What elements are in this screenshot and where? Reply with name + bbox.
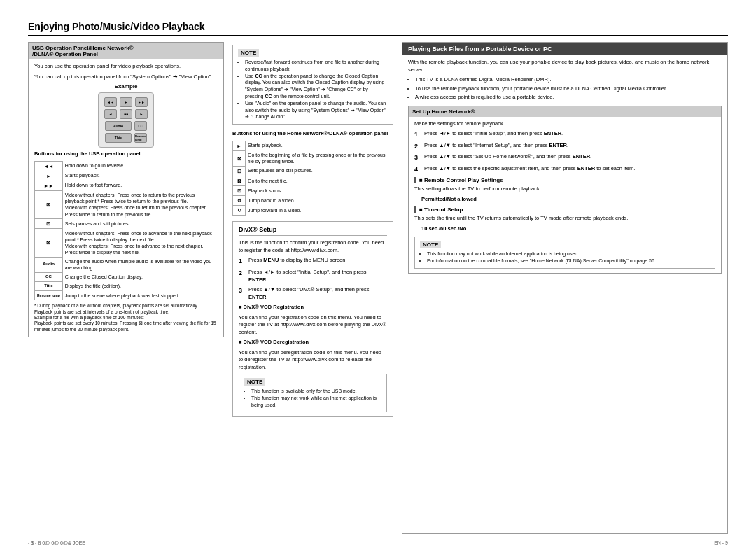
- usb-body2: You can call up this operation panel fro…: [34, 73, 218, 81]
- remote-btn-resume: Resume jump: [134, 133, 147, 143]
- icon-cell: Resume jump: [35, 291, 63, 300]
- icon-cell: Audio: [35, 257, 63, 272]
- note-title: NOTE: [244, 378, 265, 386]
- remote-btn-next: ►: [135, 109, 148, 119]
- timeout-heading: ■ Timeout Setup: [414, 206, 715, 213]
- table-row: Title Displays the title (edition).: [35, 281, 218, 290]
- usb-footnote: * During playback of a file without chap…: [34, 303, 218, 332]
- usb-button-table: ◄◄ Hold down to go in reverse. ► Starts …: [34, 161, 218, 301]
- table-row: ↺ Jump back in a video.: [233, 196, 393, 206]
- list-item: This function may not work while an Inte…: [427, 251, 710, 258]
- desc-cell: Change the audio when multiple audio is …: [62, 257, 217, 272]
- icon-cell: ⊡: [233, 186, 246, 196]
- footer-code: - $ - 8 6@ 6@ 6@& JOEE: [28, 540, 85, 545]
- left-column: USB Operation Panel/Home Network®/DLNA® …: [28, 42, 224, 534]
- icon-cell: CC: [35, 272, 63, 281]
- table-row: ⊡ Sets pauses and still pictures.: [233, 166, 393, 176]
- vod-reg-body: You can find your registration code on t…: [239, 314, 387, 337]
- desc-cell: Displays the title (edition).: [62, 281, 217, 290]
- step-number: 2: [414, 142, 421, 151]
- usb-section: USB Operation Panel/Home Network®/DLNA® …: [28, 42, 224, 337]
- example-label: Example: [34, 83, 218, 90]
- list-item: 3 Press ▲/▼ to select "Set Up Home Netwo…: [414, 153, 715, 162]
- page-title: Enjoying Photo/Music/Video Playback: [28, 21, 728, 36]
- list-item: 3 Press ▲/▼ to select "DivX® Setup", and…: [239, 286, 387, 301]
- table-row: ⊡ Playback stops.: [233, 186, 393, 196]
- middle-column: NOTE Reverse/fast forward continues from…: [232, 42, 393, 534]
- desc-cell: Jump to the scene where playback was las…: [62, 291, 217, 300]
- usb-body1: You can use the operation panel for vide…: [34, 63, 218, 71]
- step-text: Press MENU to display the MENU screen.: [248, 257, 346, 266]
- divx-body: This is the function to confirm your reg…: [239, 239, 387, 254]
- step-text: Press ◄/► to select "Initial Setup", and…: [424, 130, 563, 139]
- vod-reg-heading: ■ DivX® VOD Registration: [239, 304, 387, 311]
- desc-cell: Go to the next file.: [246, 176, 393, 186]
- desc-cell: Sets pauses and still pictures.: [62, 219, 217, 229]
- page-number: EN - 9: [714, 540, 728, 545]
- divx-note: NOTE This function is available only for…: [239, 374, 387, 412]
- desc-cell: Jump back in a video.: [246, 196, 393, 206]
- remote-panel: ◄◄ ► ►► ◄ ■■ ► Audio CC: [98, 92, 154, 148]
- desc-cell: Sets pauses and still pictures.: [246, 166, 393, 176]
- right-column: Playing Back Files from a Portable Devic…: [402, 42, 728, 534]
- list-item: To use the remote playback function, you…: [415, 85, 722, 93]
- icon-cell: ►►: [35, 181, 63, 190]
- note-list: Reverse/fast forward continues from one …: [238, 59, 388, 120]
- divx-setup-section: DivX® Setup This is the function to conf…: [232, 221, 393, 417]
- desc-cell: Hold down to fast forward.: [62, 181, 217, 190]
- remote-btn-cc: CC: [134, 121, 147, 131]
- divx-steps: 1 Press MENU to display the MENU screen.…: [239, 257, 387, 301]
- list-item: This function may not work while an Inte…: [251, 395, 382, 409]
- table-row: ► Starts playback.: [35, 171, 218, 181]
- icon-cell: ►: [233, 141, 246, 150]
- icon-cell: ⊡: [233, 166, 246, 176]
- note-title: NOTE: [238, 49, 259, 57]
- timeout-body: This sets the time until the TV returns …: [414, 215, 715, 223]
- icon-cell: ⊠: [35, 229, 63, 257]
- remote-btn-play: ►: [120, 97, 132, 107]
- step-number: 1: [414, 130, 421, 139]
- vod-dereg-body: You can find your deregistration code on…: [239, 349, 387, 372]
- icon-cell: ◄◄: [35, 161, 63, 171]
- setup-note: NOTE This function may not work while an…: [414, 237, 715, 269]
- icon-cell: ↺: [233, 196, 246, 206]
- remote-control-body: This setting allows the TV to perform re…: [414, 185, 715, 193]
- icon-cell: ↻: [233, 206, 246, 216]
- icon-cell: ⊡: [35, 219, 63, 229]
- desc-cell: Starts playback.: [246, 141, 393, 150]
- table-row: ⊠ Go to the next file.: [233, 176, 393, 186]
- remote-panel-image: ◄◄ ► ►► ◄ ■■ ► Audio CC: [34, 92, 218, 148]
- table-row: ⊠ Go to the beginning of a file by press…: [233, 150, 393, 166]
- list-item: Use CC on the operation panel to change …: [245, 73, 388, 100]
- setup-home-network-box: Set Up Home Network® Make the settings f…: [408, 106, 722, 274]
- list-item: 2 Press ◄/► to select "Initial Setup", a…: [239, 269, 387, 283]
- setup-steps: 1 Press ◄/► to select "Initial Setup", a…: [414, 130, 715, 174]
- permitted-label: Permitted/Not allowed: [414, 196, 715, 204]
- list-item: 2 Press ▲/▼ to select "Internet Setup", …: [414, 142, 715, 151]
- setup-body: Make the settings for remote playback.: [414, 120, 715, 128]
- table-row: CC Change the Closed Caption display.: [35, 272, 218, 281]
- icon-cell: ⊠: [233, 150, 246, 166]
- remote-btn-rewind: ◄◄: [104, 97, 117, 107]
- setup-note-list: This function may not work while an Inte…: [420, 251, 710, 265]
- desc-cell: Video without chapters: Press once to ad…: [62, 229, 217, 257]
- list-item: For information on the compatible format…: [427, 258, 710, 265]
- note-section: NOTE Reverse/fast forward continues from…: [232, 45, 393, 125]
- desc-cell: Hold down to go in reverse.: [62, 161, 217, 171]
- remote-btn-prev: ◄: [104, 109, 117, 119]
- desc-cell: Video without chapters: Press once to re…: [62, 190, 217, 218]
- playing-back-body: With the remote playback function, you c…: [408, 59, 722, 73]
- step-text: Press ▲/▼ to select the specific adjustm…: [424, 165, 635, 174]
- usb-buttons-heading: Buttons for using the USB operation pane…: [34, 150, 218, 158]
- divx-note-list: This function is available only for the …: [244, 388, 382, 408]
- table-row: ► Starts playback.: [233, 141, 393, 150]
- page: Enjoying Photo/Music/Video Playback USB …: [0, 0, 756, 555]
- page-footer: - $ - 8 6@ 6@ 6@& JOEE EN - 9: [28, 540, 728, 545]
- step-number: 3: [414, 153, 421, 162]
- table-row: ⊡ Sets pauses and still pictures.: [35, 219, 218, 229]
- step-text: Press ▲/▼ to select "DivX® Setup", and t…: [248, 286, 387, 301]
- table-row: ►► Hold down to fast forward.: [35, 181, 218, 190]
- list-item: This function is available only for the …: [251, 388, 382, 395]
- list-item: Use "Audio" on the operation panel to ch…: [245, 100, 388, 120]
- step-text: Press ▲/▼ to select "Internet Setup", an…: [424, 142, 568, 151]
